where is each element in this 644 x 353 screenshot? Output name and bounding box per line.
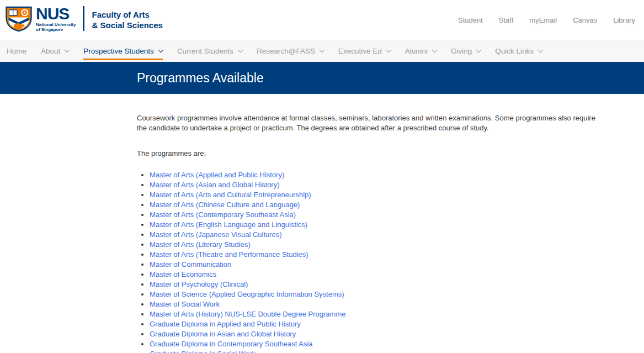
utility-nav: StudentStaffmyEmailCanvasLibrary [458, 16, 644, 24]
nav-item-label: Giving [451, 47, 472, 55]
programme-list: Master of Arts (Applied and Public Histo… [137, 170, 605, 353]
faculty-name: Faculty of Arts & Social Sciences [92, 6, 162, 40]
nav-item-label: Research@FASS [257, 47, 315, 55]
programme-list-item: Master of Psychology (Clinical) [150, 280, 605, 289]
programme-link-master-of-arts-history-nus-lse-double-degree-programme[interactable]: Master of Arts (History) NUS-LSE Double … [150, 310, 345, 318]
programme-link-graduate-diploma-in-applied-and-public-history[interactable]: Graduate Diploma in Applied and Public H… [150, 320, 301, 328]
programme-link-master-of-arts-asian-and-global-history[interactable]: Master of Arts (Asian and Global History… [150, 181, 280, 189]
programme-link-master-of-arts-arts-and-cultural-entrepreneurship[interactable]: Master of Arts (Arts and Cultural Entrep… [150, 191, 311, 199]
utility-link-myemail[interactable]: myEmail [529, 16, 557, 24]
programme-list-item: Master of Social Work [150, 299, 605, 309]
nav-item-label: About [41, 47, 60, 55]
programme-list-item: Master of Arts (Chinese Culture and Lang… [150, 200, 605, 210]
programme-link-master-of-economics[interactable]: Master of Economics [150, 270, 216, 278]
programme-link-graduate-diploma-in-contemporary-southeast-asia[interactable]: Graduate Diploma in Contemporary Southea… [150, 340, 313, 348]
programme-list-item: Graduate Diploma in Contemporary Southea… [150, 339, 605, 349]
nav-item-about[interactable]: About [34, 40, 76, 62]
programme-list-item: Master of Arts (Asian and Global History… [150, 180, 605, 190]
programme-link-graduate-diploma-in-social-work[interactable]: Graduate Diploma in Social Work [150, 350, 256, 353]
programme-list-item: Master of Arts (English Language and Lin… [150, 220, 605, 230]
programme-link-master-of-arts-contemporary-southeast-asia[interactable]: Master of Arts (Contemporary Southeast A… [150, 210, 296, 219]
main-nav: HomeAboutProspective StudentsCurrent Stu… [0, 40, 644, 62]
programme-list-item: Graduate Diploma in Applied and Public H… [150, 319, 605, 329]
nav-item-quick-links[interactable]: Quick Links [488, 40, 550, 62]
home-logo-link[interactable]: NUS National University of Singapore Fac… [0, 0, 163, 40]
utility-link-student[interactable]: Student [458, 16, 483, 24]
chevron-down-icon [538, 48, 544, 53]
nus-subtitle: National University of Singapore [36, 22, 76, 32]
nus-acronym: NUS [36, 6, 76, 21]
programme-list-item: Master of Science (Applied Geographic In… [150, 289, 605, 299]
nav-item-label: Home [7, 47, 26, 55]
programme-list-item: Master of Arts (Arts and Cultural Entrep… [150, 190, 605, 200]
nav-item-label: Executive Ed [338, 47, 382, 55]
programme-link-master-of-science-applied-geographic-information-systems[interactable]: Master of Science (Applied Geographic In… [150, 290, 344, 298]
nav-item-executive-ed[interactable]: Executive Ed [331, 40, 398, 62]
programme-list-item: Master of Arts (Applied and Public Histo… [150, 170, 605, 180]
programme-list-item: Master of Arts (History) NUS-LSE Double … [150, 309, 605, 319]
faculty-name-line2: & Social Sciences [92, 20, 162, 30]
programme-list-item: Master of Communication [150, 260, 605, 270]
page-title: Programmes Available [137, 71, 264, 86]
chevron-down-icon [158, 48, 163, 53]
list-intro: The programmes are: [137, 149, 605, 159]
chevron-down-icon [65, 48, 70, 53]
programme-list-item: Master of Arts (Japanese Visual Cultures… [150, 230, 605, 240]
nus-subtitle-line2: of Singapore [36, 27, 76, 32]
page-banner: Programmes Available [0, 62, 644, 94]
programme-link-master-of-communication[interactable]: Master of Communication [150, 260, 231, 268]
nav-item-label: Quick Links [495, 47, 534, 55]
chevron-down-icon [476, 48, 482, 53]
nav-item-label: Current Students [177, 47, 233, 55]
chevron-down-icon [319, 48, 324, 53]
programme-list-item: Master of Arts (Contemporary Southeast A… [150, 210, 605, 220]
utility-link-staff[interactable]: Staff [499, 16, 514, 24]
nav-item-home[interactable]: Home [7, 40, 34, 62]
programme-link-master-of-arts-english-language-and-linguistics[interactable]: Master of Arts (English Language and Lin… [150, 220, 307, 229]
programme-list-item: Master of Economics [150, 270, 605, 280]
programme-link-graduate-diploma-in-asian-and-global-history[interactable]: Graduate Diploma in Asian and Global His… [150, 330, 296, 338]
chevron-down-icon [386, 48, 391, 53]
nus-wordmark: NUS National University of Singapore [36, 6, 76, 40]
programme-link-master-of-arts-chinese-culture-and-language[interactable]: Master of Arts (Chinese Culture and Lang… [150, 201, 300, 209]
nav-item-prospective-students[interactable]: Prospective Students [76, 40, 170, 62]
chevron-down-icon [432, 48, 438, 53]
programme-list-item: Master of Arts (Theatre and Performance … [150, 250, 605, 260]
nav-item-label: Prospective Students [83, 47, 154, 55]
main-content: Coursework programmes involve attendance… [137, 113, 605, 353]
nus-subtitle-line1: National University [36, 22, 76, 27]
nav-item-giving[interactable]: Giving [444, 40, 488, 62]
programme-link-master-of-psychology-clinical[interactable]: Master of Psychology (Clinical) [150, 280, 248, 288]
site-header: NUS National University of Singapore Fac… [0, 0, 644, 40]
programme-link-master-of-arts-theatre-and-performance-studies[interactable]: Master of Arts (Theatre and Performance … [150, 250, 308, 259]
nav-item-research-fass[interactable]: Research@FASS [249, 40, 331, 62]
programme-link-master-of-arts-japanese-visual-cultures[interactable]: Master of Arts (Japanese Visual Cultures… [150, 230, 282, 239]
chevron-down-icon [237, 48, 243, 53]
programme-link-master-of-arts-literary-studies[interactable]: Master of Arts (Literary Studies) [150, 240, 251, 249]
logo-divider [83, 6, 84, 31]
programme-link-master-of-arts-applied-and-public-history[interactable]: Master of Arts (Applied and Public Histo… [150, 171, 284, 179]
utility-link-canvas[interactable]: Canvas [573, 16, 597, 24]
programme-list-item: Graduate Diploma in Asian and Global His… [150, 329, 605, 339]
nav-item-label: Alumni [405, 47, 428, 55]
nav-item-current-students[interactable]: Current Students [170, 40, 249, 62]
programme-list-item: Master of Arts (Literary Studies) [150, 240, 605, 250]
intro-paragraph: Coursework programmes involve attendance… [137, 113, 605, 133]
faculty-name-line1: Faculty of Arts [92, 9, 162, 20]
nus-crest-icon [5, 6, 33, 32]
programme-list-item: Graduate Diploma in Social Work [150, 349, 605, 353]
utility-link-library[interactable]: Library [613, 16, 635, 24]
nav-item-alumni[interactable]: Alumni [398, 40, 444, 62]
programme-link-master-of-social-work[interactable]: Master of Social Work [150, 300, 220, 308]
